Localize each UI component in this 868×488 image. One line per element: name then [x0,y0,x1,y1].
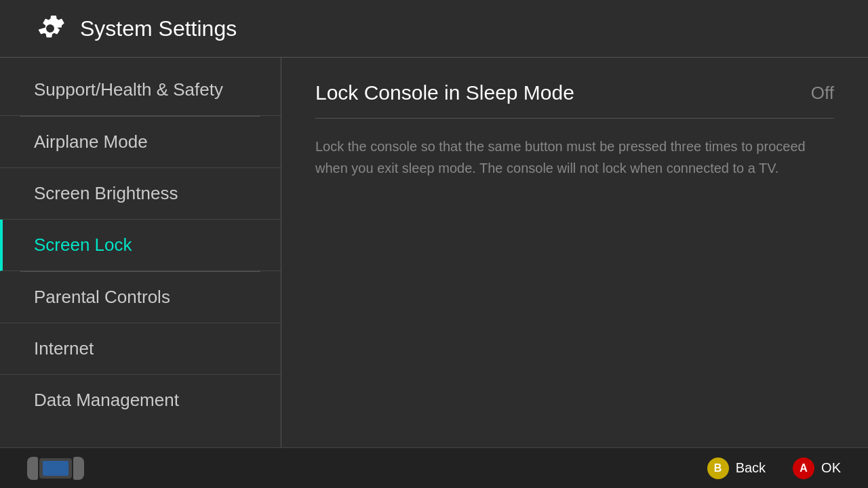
detail-header: Lock Console in Sleep Mode Off [315,81,834,119]
detail-value: Off [811,83,834,104]
joycon-right [73,457,84,480]
sidebar: Support/Health & Safety Airplane Mode Sc… [0,58,281,447]
a-button-icon: A [793,458,814,479]
footer: B Back A OK [0,447,868,488]
sidebar-item-support-health-safety[interactable]: Support/Health & Safety [0,64,281,116]
ok-label: OK [821,460,841,476]
detail-description: Lock the console so that the same button… [315,136,834,179]
detail-title: Lock Console in Sleep Mode [315,81,574,104]
main-content: Support/Health & Safety Airplane Mode Sc… [0,58,868,447]
switch-screen [39,458,72,479]
back-label: Back [736,460,766,476]
sidebar-item-parental-controls[interactable]: Parental Controls [0,272,281,323]
sidebar-item-airplane-mode[interactable]: Airplane Mode [0,117,281,168]
detail-panel: Lock Console in Sleep Mode Off Lock the … [281,58,868,447]
sidebar-item-screen-lock[interactable]: Screen Lock [0,220,281,271]
header: System Settings [0,0,868,58]
sidebar-item-data-management[interactable]: Data Management [0,375,281,426]
joycon-left [27,457,38,480]
gear-icon [34,12,66,45]
b-button-icon: B [707,458,729,479]
screen-display [43,461,68,476]
sidebar-item-internet[interactable]: Internet [0,323,281,375]
back-button[interactable]: B Back [707,458,766,479]
ok-button[interactable]: A OK [793,458,841,479]
header-title: System Settings [80,16,237,41]
sidebar-item-screen-brightness[interactable]: Screen Brightness [0,168,281,220]
switch-console-icon [27,457,84,480]
